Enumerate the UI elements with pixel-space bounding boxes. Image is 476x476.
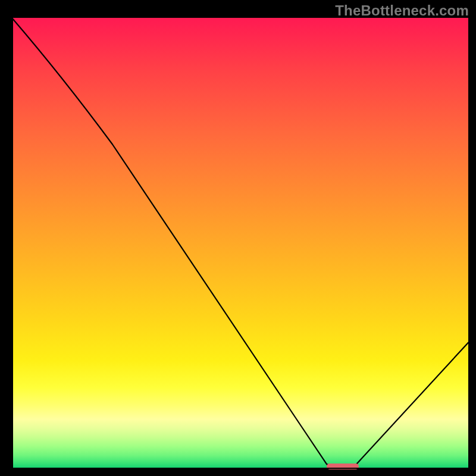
- watermark-text: TheBottleneck.com: [335, 2, 469, 19]
- curve-svg: [12, 18, 468, 469]
- chart-container: TheBottleneck.com: [0, 0, 476, 476]
- bottleneck-curve: [12, 18, 468, 467]
- plot-area: [12, 18, 468, 469]
- y-axis: [12, 18, 13, 469]
- x-axis: [12, 468, 468, 469]
